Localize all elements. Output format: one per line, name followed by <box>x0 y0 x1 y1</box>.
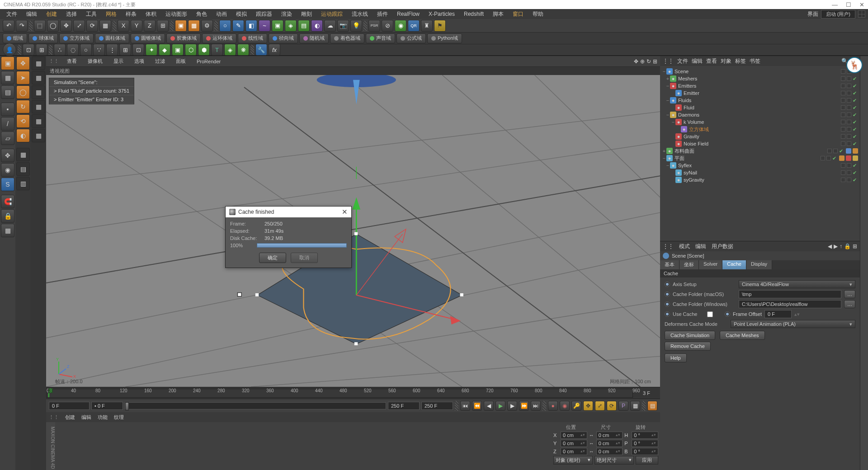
mat-tab-edit[interactable]: 编辑 <box>81 414 91 421</box>
bullet-icon[interactable] <box>725 311 730 317</box>
tree-item-Emitters[interactable]: −●Emitters✔ <box>660 82 860 89</box>
menu-创建[interactable]: 创建 <box>42 9 61 19</box>
lt2-btn-3[interactable]: ◯ <box>16 85 30 99</box>
render-dot[interactable] <box>847 98 851 103</box>
cache-sim-button[interactable]: Cache Simulation <box>665 331 715 340</box>
fx-btn-17[interactable]: 🔧 <box>255 44 267 56</box>
tree-label[interactable]: 布料曲面 <box>675 148 756 155</box>
deformers-select[interactable]: Point Level Animation (PLA) <box>731 320 855 328</box>
field-球体域[interactable]: 球体域 <box>28 33 58 43</box>
render-dot[interactable] <box>826 156 831 160</box>
tree-item-Fluid[interactable]: ●Fluid✔ <box>660 104 860 111</box>
tree-item-Gravity[interactable]: ●Gravity✔ <box>660 133 860 140</box>
fx-btn-9[interactable]: ⊡ <box>132 44 144 56</box>
dialog-close-button[interactable]: ✕ <box>342 208 348 216</box>
rot-Y[interactable]: 0 °▴▾ <box>632 440 658 447</box>
pos-Y[interactable]: 0 cm▴▾ <box>561 440 587 447</box>
fx-btn-12[interactable]: ▣ <box>172 44 184 56</box>
spline-pen[interactable]: ✎ <box>232 20 244 32</box>
fx-btn-7[interactable]: ⋮ <box>106 44 118 56</box>
enable-check-icon[interactable]: ✔ <box>853 105 858 110</box>
menu-动画[interactable]: 动画 <box>212 9 231 19</box>
obj-menu-object[interactable]: 对象 <box>721 57 731 65</box>
x-axis-lock[interactable]: X <box>118 20 129 32</box>
bullet-icon[interactable] <box>665 311 670 317</box>
lt3-btn-3[interactable]: ▦ <box>32 85 45 99</box>
psr-tool[interactable]: PSR <box>368 20 380 32</box>
render-dot[interactable] <box>847 113 851 117</box>
axis-setup-select[interactable]: Cinema 4D/RealFlow <box>739 280 855 288</box>
redo-button[interactable]: ↷ <box>16 20 28 32</box>
goto-start[interactable]: ⏮ <box>460 401 470 411</box>
menu-雕刻[interactable]: 雕刻 <box>297 9 316 19</box>
field-运环体域[interactable]: 运环体域 <box>202 33 236 43</box>
lt2-btn-1[interactable]: ✥ <box>16 56 30 70</box>
menu-工具[interactable]: 工具 <box>82 9 100 19</box>
menu-编辑[interactable]: 编辑 <box>23 9 41 19</box>
timeline-slider[interactable] <box>125 402 386 409</box>
fx-btn-4[interactable]: ◌ <box>67 44 79 56</box>
field-组域[interactable]: 组域 <box>3 33 27 43</box>
snap-mode[interactable]: S <box>1 178 14 191</box>
tree-toggle-icon[interactable]: + <box>662 148 666 154</box>
keyframe-button[interactable]: 🔑 <box>571 401 581 411</box>
tree-label[interactable]: Gravity <box>684 134 765 139</box>
mat-tab-create[interactable]: 创建 <box>65 414 75 421</box>
menu-帮助[interactable]: 帮助 <box>529 9 547 19</box>
viewport-3d[interactable]: Simulation "Scene": > Fluid "Fluid" part… <box>46 75 660 387</box>
tree-label[interactable]: Fluids <box>678 98 760 103</box>
field-随机域[interactable]: 随机域 <box>299 33 329 43</box>
lt3-btn-1[interactable]: ▦ <box>32 56 45 70</box>
undo-button[interactable]: ↶ <box>3 20 14 32</box>
render-dot[interactable] <box>847 120 851 124</box>
tree-item-syGravity[interactable]: ●syGravity✔ <box>660 176 860 183</box>
fx-btn-18[interactable]: fx <box>269 44 280 56</box>
enable-check-icon[interactable]: ✔ <box>853 127 858 132</box>
subdivision[interactable]: ◈ <box>285 20 297 32</box>
layer-dot[interactable] <box>841 113 845 117</box>
enable-axis[interactable]: ✥ <box>1 149 14 162</box>
render-settings[interactable]: ⚙ <box>201 20 213 32</box>
close-button[interactable]: ✕ <box>859 1 864 8</box>
key-scale[interactable]: ⤢ <box>595 401 605 411</box>
bullet-icon[interactable] <box>665 301 670 307</box>
folder-win-input[interactable] <box>739 300 841 308</box>
y-axis-lock[interactable]: Y <box>131 20 142 32</box>
field-径向域[interactable]: 径向域 <box>269 33 298 43</box>
scale-tool[interactable]: ⤢ <box>73 20 85 32</box>
coord-apply[interactable]: 应用 <box>636 456 658 465</box>
field-着色器域[interactable]: 着色器域 <box>330 33 364 43</box>
layer-dot[interactable] <box>827 149 832 153</box>
model-mode[interactable]: ▣ <box>1 56 14 70</box>
field-圆锥体域[interactable]: 圆锥体域 <box>131 33 165 43</box>
enable-check-icon[interactable]: ✔ <box>853 141 858 146</box>
frame-end-input[interactable] <box>421 402 453 410</box>
step-back[interactable]: ⏪ <box>472 401 482 411</box>
attr-menu-user[interactable]: 用户数据 <box>712 243 733 250</box>
enable-check-icon[interactable]: ✔ <box>853 170 858 175</box>
tree-item-Syflex[interactable]: −●Syflex✔ <box>660 162 860 169</box>
maximize-button[interactable]: ☐ <box>846 1 851 8</box>
frame-start-input[interactable] <box>49 402 90 410</box>
recent-tool[interactable]: ▦ <box>99 20 111 32</box>
grid-tool[interactable]: ▦ <box>1 224 14 237</box>
tree-label[interactable]: 平面 <box>675 155 756 162</box>
render-view[interactable]: ▣ <box>175 20 187 32</box>
select-tool[interactable]: ⬚ <box>34 20 46 32</box>
fx-btn-1[interactable]: ⊡ <box>23 44 34 56</box>
next-frame[interactable]: ▶ <box>507 401 517 411</box>
obj-menu-bookmarks[interactable]: 书签 <box>750 57 760 65</box>
z-axis-lock[interactable]: Z <box>144 20 156 32</box>
remove-cache-button[interactable]: Remove Cache <box>665 342 711 351</box>
key-pla[interactable]: ▦ <box>630 401 640 411</box>
vp-tab-view[interactable]: 查看 <box>64 57 80 66</box>
tree-item-Scene[interactable]: −●Scene✔ <box>660 68 860 75</box>
tree-item-syNail[interactable]: ●syNail✔ <box>660 169 860 176</box>
mat-tab-texture[interactable]: 纹理 <box>114 414 124 421</box>
vp-nav-icon-4[interactable]: ⊞ <box>653 58 657 65</box>
layer-dot[interactable] <box>841 178 845 182</box>
menu-插件[interactable]: 插件 <box>373 9 392 19</box>
autokey-button[interactable]: ◉ <box>560 401 570 411</box>
field-立方体域[interactable]: 立方体域 <box>59 33 94 43</box>
play-forward[interactable]: ▶ <box>495 401 505 411</box>
